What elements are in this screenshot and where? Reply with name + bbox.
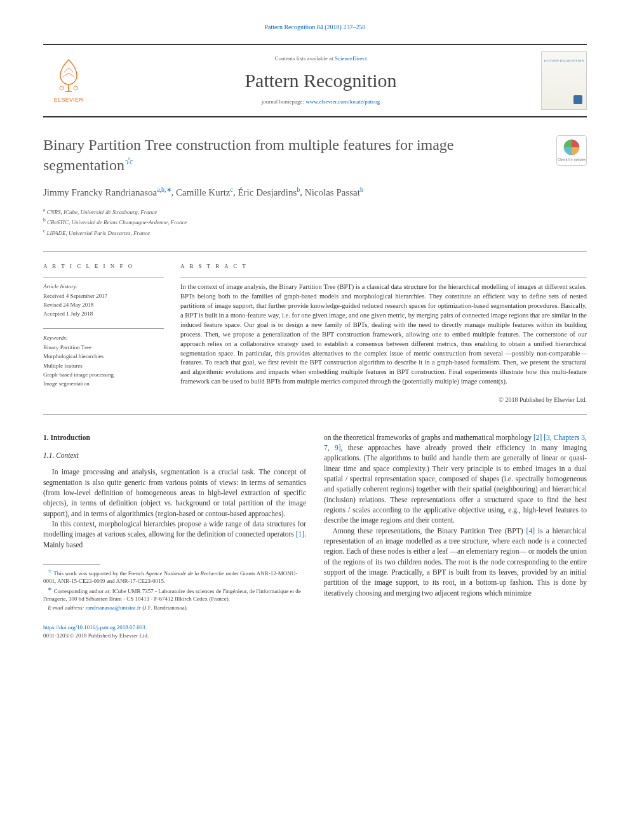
- footnote-1-text-a: This work was supported by the French: [52, 570, 145, 577]
- author-4[interactable]: , Nicolas Passat: [300, 187, 360, 197]
- authors-line: Jimmy Francky Randrianasoaa,b,∗, Camille…: [43, 185, 587, 200]
- article-info-label: A R T I C L E I N F O: [43, 262, 164, 270]
- keyword: Graph-based image processing: [43, 371, 164, 379]
- article-title: Binary Partition Tree construction from …: [43, 135, 546, 175]
- abstract-label: A B S T R A C T: [180, 262, 587, 270]
- author-1[interactable]: Jimmy Francky Randrianasoa: [43, 187, 157, 197]
- footnote-1: ☆ This work was supported by the French …: [43, 568, 306, 585]
- divider: [43, 251, 587, 252]
- body-column-left: 1. Introduction 1.1. Context In image pr…: [43, 432, 306, 613]
- crossmark-icon: [563, 138, 580, 156]
- header-citation[interactable]: Pattern Recognition 84 (2018) 237–250: [43, 23, 587, 32]
- copyright: © 2018 Published by Elsevier Ltd.: [180, 396, 587, 405]
- accepted-date: Accepted 1 July 2018: [43, 310, 164, 318]
- keywords-label: Keywords:: [43, 334, 164, 342]
- cover-badge-icon: [573, 95, 582, 104]
- divider: [43, 414, 587, 415]
- footnote-2-text: Corresponding author at: ICube UMR 7357 …: [43, 588, 301, 602]
- ref-link-2[interactable]: [2]: [533, 434, 542, 441]
- doi-link[interactable]: https://doi.org/10.1016/j.patcog.2018.07…: [43, 624, 145, 630]
- paragraph: on the theoretical frameworks of graphs …: [324, 432, 587, 526]
- ref-link-1[interactable]: [1]: [296, 530, 304, 538]
- cover-title: PATTERN RECOGNITION: [542, 58, 586, 63]
- paragraph: In image processing and analysis, segmen…: [43, 467, 306, 519]
- history-dates: Received 4 September 2017 Revised 24 May…: [43, 292, 164, 318]
- history-label: Article history:: [43, 283, 164, 291]
- footnote-2: ∗ Corresponding author at: ICube UMR 735…: [43, 586, 306, 603]
- article-info-column: A R T I C L E I N F O Article history: R…: [43, 262, 164, 405]
- keyword: Image segmentation: [43, 380, 164, 388]
- info-divider: [43, 277, 164, 277]
- journal-name: Pattern Recognition: [100, 67, 541, 95]
- paragraph-text: In this context, morphological hierarchi…: [43, 520, 306, 538]
- footnote-1-italic: Agence Nationale de la Recherche: [145, 570, 224, 577]
- affil-b: CReSTIC, Université de Reims Champagne-A…: [46, 219, 187, 225]
- elsevier-label: ELSEVIER: [54, 96, 83, 104]
- author-4-affil[interactable]: b: [360, 186, 363, 193]
- elsevier-logo[interactable]: ELSEVIER: [43, 52, 94, 109]
- abstract-text: In the context of image analysis, the Bi…: [180, 283, 587, 387]
- author-1-affil[interactable]: a,b,∗: [157, 186, 171, 193]
- body-column-right: on the theoretical frameworks of graphs …: [324, 432, 587, 613]
- check-updates-label: Check for updates: [557, 157, 586, 162]
- issn-copyright: 0031-3203/© 2018 Published by Elsevier L…: [43, 632, 587, 640]
- corresponding-email-link[interactable]: randrianasoa@unistra.fr: [86, 604, 141, 611]
- abstract-divider: [180, 277, 587, 277]
- footnote-3-label: E-mail address:: [48, 604, 86, 611]
- journal-cover-thumbnail[interactable]: PATTERN RECOGNITION: [541, 51, 587, 110]
- svg-point-0: [60, 86, 64, 90]
- paragraph-text: is a hierarchical representation of an i…: [324, 527, 587, 597]
- paragraph-text: on the theoretical frameworks of graphs …: [324, 434, 533, 441]
- check-for-updates-button[interactable]: Check for updates: [556, 135, 587, 166]
- subsection-heading-1-1: 1.1. Context: [43, 450, 306, 460]
- journal-header: ELSEVIER Contents lists available at Sci…: [43, 44, 587, 117]
- paragraph-text: , these approaches have already proved t…: [324, 444, 587, 524]
- abstract-column: A B S T R A C T In the context of image …: [180, 262, 587, 405]
- sciencedirect-link[interactable]: ScienceDirect: [335, 55, 366, 62]
- author-2[interactable]: , Camille Kurtz: [171, 187, 231, 197]
- footnote-separator: [43, 564, 100, 564]
- page-footer: https://doi.org/10.1016/j.patcog.2018.07…: [43, 623, 587, 640]
- ref-link-4[interactable]: [4]: [526, 527, 535, 535]
- keyword: Multiple features: [43, 362, 164, 370]
- keyword: Binary Partition Tree: [43, 343, 164, 352]
- affil-c: LIPADE, Université Paris Descartes, Fran…: [45, 230, 150, 236]
- affiliations: a CNRS, ICube, Université de Strasbourg,…: [43, 206, 587, 238]
- footnote-3-tail: (J.F. Randrianasoa).: [141, 604, 188, 611]
- contents-prefix: Contents lists available at: [275, 55, 335, 62]
- paragraph-text: Among these representations, the Binary …: [333, 527, 526, 535]
- paragraph: Among these representations, the Binary …: [324, 526, 587, 598]
- paragraph: In this context, morphological hierarchi…: [43, 519, 306, 550]
- article-title-text: Binary Partition Tree construction from …: [43, 137, 454, 173]
- received-date: Received 4 September 2017: [43, 292, 164, 300]
- homepage-prefix: journal homepage:: [262, 98, 305, 105]
- footnotes: ☆ This work was supported by the French …: [43, 568, 306, 612]
- homepage-link[interactable]: www.elsevier.com/locate/patcog: [305, 98, 380, 105]
- keywords-divider: [43, 328, 164, 329]
- footnote-3: E-mail address: randrianasoa@unistra.fr …: [43, 604, 306, 611]
- elsevier-tree-icon: [51, 57, 86, 95]
- affil-a: CNRS, ICube, Université de Strasbourg, F…: [45, 209, 157, 215]
- svg-point-1: [74, 86, 77, 90]
- title-footnote-star[interactable]: ☆: [124, 156, 133, 166]
- contents-available: Contents lists available at ScienceDirec…: [100, 55, 541, 63]
- body-columns: 1. Introduction 1.1. Context In image pr…: [43, 432, 587, 613]
- author-3[interactable]: , Éric Desjardins: [233, 187, 297, 197]
- section-heading-1: 1. Introduction: [43, 432, 306, 443]
- journal-homepage: journal homepage: www.elsevier.com/locat…: [100, 98, 541, 106]
- keyword: Morphological hierarchies: [43, 352, 164, 361]
- revised-date: Revised 24 May 2018: [43, 301, 164, 309]
- keywords-list: Binary Partition Tree Morphological hier…: [43, 343, 164, 387]
